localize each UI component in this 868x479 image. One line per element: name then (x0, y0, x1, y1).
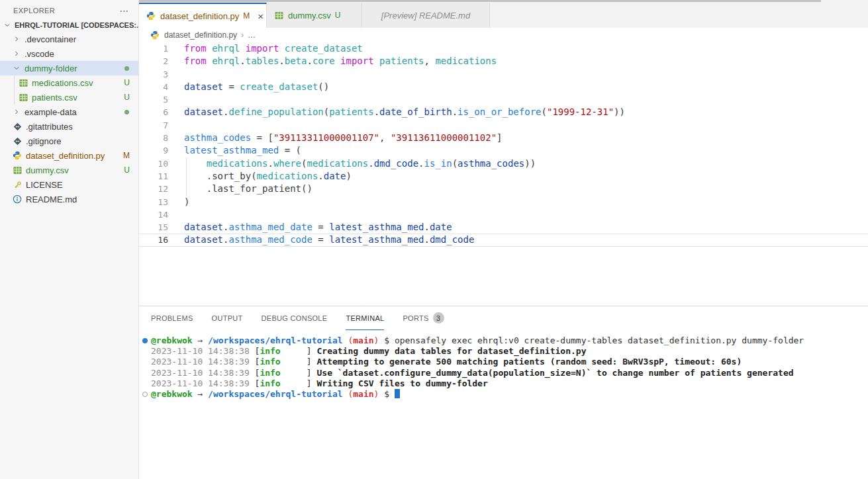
explorer-sidebar: EXPLORER ⋯ EHRQL-TUTORIAL [CODESPACES:..… (0, 0, 139, 479)
code-line-8[interactable]: 8asthma_codes = ["39113311000001107", "3… (139, 132, 868, 144)
panel-tab-label: TERMINAL (346, 314, 384, 322)
breadcrumb-file[interactable]: dataset_definition.py (164, 30, 237, 40)
code-text: .sort_by(medications.date) (168, 170, 352, 183)
tab-dataset-definition-py[interactable]: dataset_definition.pyM× (139, 3, 267, 28)
code-line-4[interactable]: 4dataset = create_dataset() (139, 81, 868, 93)
explorer-more-button[interactable]: ⋯ (120, 7, 129, 14)
csv-icon (12, 166, 23, 175)
sidebar-item-dataset-definition-py[interactable]: dataset_definition.pyM (0, 148, 138, 163)
line-number: 13 (139, 196, 168, 208)
panel-tab-ports[interactable]: PORTS3 (403, 306, 444, 330)
code-text (168, 119, 184, 132)
chevron-down-icon (12, 65, 21, 71)
csv-icon (273, 11, 284, 20)
sidebar-item-readme-md[interactable]: README.md (0, 192, 138, 206)
breadcrumb-more[interactable]: … (248, 30, 256, 40)
code-line-2[interactable]: 2from ehrql.tables.beta.core import pati… (139, 55, 868, 67)
file-label: README.md (26, 195, 77, 204)
chevron-right-icon (12, 109, 21, 115)
tab-dummy-csv[interactable]: dummy.csvU (267, 3, 362, 28)
vscode-window: EXPLORER ⋯ EHRQL-TUTORIAL [CODESPACES:..… (0, 0, 868, 479)
tab-scrollbar[interactable] (139, 0, 821, 2)
code-line-1[interactable]: 1from ehrql import create_dataset (139, 42, 868, 55)
line-number: 16 (139, 234, 168, 245)
code-text: from ehrql.tables.beta.core import patie… (168, 55, 497, 67)
panel-tab-label: PORTS (403, 314, 428, 322)
file-label: example-data (24, 107, 77, 117)
tab-preview-readme-md[interactable]: [Preview] README.md (362, 3, 490, 28)
sidebar-item-gitignore[interactable]: .gitignore (0, 134, 138, 148)
code-line-11[interactable]: 11 .sort_by(medications.date) (139, 170, 868, 183)
code-text: dataset.define_population(patients.date_… (168, 106, 625, 118)
sidebar-item-dummy-folder[interactable]: dummy-folder (0, 61, 138, 75)
file-label: .devcontainer (24, 34, 76, 44)
sidebar-item-example-data[interactable]: example-data (0, 105, 138, 119)
command-decoration-icon[interactable] (142, 392, 148, 397)
code-line-9[interactable]: 9latest_asthma_med = ( (139, 144, 868, 157)
sidebar-item-license[interactable]: LICENSE (0, 177, 138, 192)
git-status-badge: U (335, 11, 341, 20)
line-number: 12 (139, 183, 168, 195)
git-status-badge: M (243, 11, 250, 21)
git-status-badge: U (124, 165, 130, 175)
code-text: from ehrql import create_dataset (168, 42, 363, 55)
terminal-line: 2023-11-10 14:38:39 [info ] Writing CSV … (142, 378, 868, 389)
code-line-6[interactable]: 6dataset.define_population(patients.date… (139, 106, 868, 118)
close-icon[interactable]: × (258, 12, 264, 21)
code-text: asthma_codes = ["39113311000001107", "39… (168, 132, 503, 144)
line-number: 15 (139, 221, 168, 234)
code-line-7[interactable]: 7 (139, 119, 868, 132)
code-text (168, 93, 184, 106)
code-text: dataset = create_dataset() (168, 81, 329, 93)
code-line-14[interactable]: 14 (139, 208, 868, 221)
git-status-badge: M (123, 151, 130, 160)
code-line-10[interactable]: 10 medications.where(medications.dmd_cod… (139, 157, 868, 170)
line-number: 7 (139, 119, 168, 132)
explorer-root-folder[interactable]: EHRQL-TUTORIAL [CODESPACES:... (0, 20, 138, 32)
code-line-12[interactable]: 12 .last_for_patient() (139, 183, 868, 195)
code-line-3[interactable]: 3 (139, 68, 868, 81)
panel-tab-output[interactable]: OUTPUT (212, 306, 243, 330)
panel-tab-problems[interactable]: PROBLEMS (151, 306, 193, 330)
code-line-5[interactable]: 5 (139, 93, 868, 106)
file-label: dataset_definition.py (26, 151, 105, 161)
code-editor[interactable]: 1from ehrql import create_dataset2from e… (139, 42, 868, 306)
code-line-13[interactable]: 13) (139, 196, 868, 208)
modified-contents-dot (124, 66, 129, 71)
terminal-line: 2023-11-10 14:38:38 [info ] Creating dum… (142, 346, 868, 357)
code-line-15[interactable]: 15dataset.asthma_med_date = latest_asthm… (139, 221, 868, 234)
sidebar-item-gitattributes[interactable]: .gitattributes (0, 119, 138, 134)
sidebar-item-vscode[interactable]: .vscode (0, 46, 138, 61)
line-number: 10 (139, 157, 168, 170)
git-icon (12, 122, 23, 131)
editor-area: dataset_definition.pyM×dummy.csvU[Previe… (139, 0, 868, 479)
bottom-panel: PROBLEMSOUTPUTDEBUG CONSOLETERMINALPORTS… (139, 306, 868, 479)
tab-label: [Preview] README.md (381, 11, 470, 21)
panel-tab-bar: PROBLEMSOUTPUTDEBUG CONSOLETERMINALPORTS… (139, 306, 868, 330)
breadcrumb[interactable]: dataset_definition.py › … (139, 28, 868, 42)
explorer-file-list: .devcontainer.vscodedummy-foldermedicati… (0, 32, 138, 206)
terminal-line: 2023-11-10 14:38:39 [info ] Use `dataset… (142, 368, 868, 378)
tab-label: dataset_definition.py (160, 11, 239, 21)
chevron-right-icon (12, 50, 21, 57)
file-label: patients.csv (32, 93, 77, 103)
sidebar-item-devcontainer[interactable]: .devcontainer (0, 32, 138, 46)
panel-tab-terminal[interactable]: TERMINAL (346, 306, 384, 330)
breadcrumb-separator-icon: › (241, 30, 244, 40)
file-label: LICENSE (26, 180, 63, 190)
sidebar-item-dummy-csv[interactable]: dummy.csvU (0, 163, 138, 177)
command-decoration-icon[interactable] (142, 338, 148, 343)
code-line-16[interactable]: 16dataset.asthma_med_code = latest_asthm… (139, 234, 868, 246)
line-number: 9 (139, 144, 168, 157)
line-number: 8 (139, 132, 168, 144)
file-label: dummy-folder (24, 64, 77, 73)
panel-tab-debug-console[interactable]: DEBUG CONSOLE (262, 306, 328, 330)
line-number: 6 (139, 106, 168, 118)
line-number: 5 (139, 93, 168, 106)
code-text: dataset.asthma_med_date = latest_asthma_… (168, 221, 452, 234)
sidebar-item-patients-csv[interactable]: patients.csvU (0, 90, 138, 105)
sidebar-item-medications-csv[interactable]: medications.csvU (0, 75, 138, 90)
code-text: .last_for_patient() (168, 183, 313, 195)
line-number: 2 (139, 55, 168, 67)
terminal[interactable]: @rebkwok → /workspaces/ehrql-tutorial (m… (139, 330, 868, 479)
